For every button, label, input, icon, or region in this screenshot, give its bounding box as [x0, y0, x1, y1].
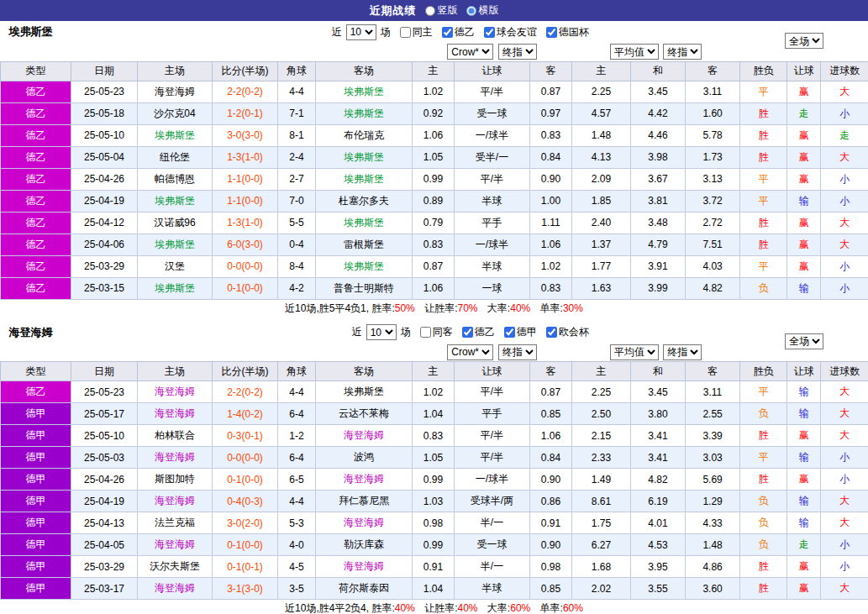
friendly-checkbox[interactable]	[484, 27, 495, 38]
away-team[interactable]: 海登海姆	[316, 556, 413, 578]
final-odds-select[interactable]: 终指	[498, 344, 537, 360]
away-team[interactable]: 海登海姆	[316, 425, 413, 447]
home-team[interactable]: 海登海姆	[138, 578, 213, 600]
asian-home-odds: 1.04	[413, 403, 455, 425]
away-team[interactable]: 埃弗斯堡	[316, 146, 413, 168]
score-link[interactable]: 1-1(0-0)	[213, 190, 278, 212]
score-link[interactable]: 1-1(0-0)	[213, 168, 278, 190]
away-team[interactable]: 埃弗斯堡	[316, 255, 413, 277]
conference-checkbox[interactable]	[546, 327, 557, 338]
away-team[interactable]: 云达不莱梅	[316, 403, 413, 425]
home-team[interactable]: 埃弗斯堡	[138, 277, 213, 299]
home-team[interactable]: 斯图加特	[138, 469, 213, 491]
away-team[interactable]: 拜仁慕尼黑	[316, 491, 413, 512]
filter-club-friendly[interactable]: 球会友谊	[484, 25, 537, 39]
away-team[interactable]: 杜塞尔多夫	[316, 190, 413, 212]
final-odds-select[interactable]: 终指	[663, 344, 702, 360]
away-team[interactable]: 布伦瑞克	[316, 124, 413, 146]
score-link[interactable]: 2-2(0-2)	[213, 81, 278, 102]
vertical-radio[interactable]	[425, 6, 435, 16]
home-team[interactable]: 海登海姆	[138, 491, 213, 512]
score-link[interactable]: 0-3(0-1)	[213, 425, 278, 447]
score-link[interactable]: 0-4(0-3)	[213, 491, 278, 512]
home-team[interactable]: 帕德博恩	[138, 168, 213, 190]
final-odds-select[interactable]: 终指	[498, 44, 537, 60]
over-rate-label: 大率:	[487, 302, 510, 314]
away-team[interactable]: 埃弗斯堡	[316, 102, 413, 124]
score-link[interactable]: 1-3(1-0)	[213, 212, 278, 234]
filter-league-2[interactable]: 德乙	[442, 25, 475, 39]
league-badge: 德乙	[1, 190, 71, 212]
score-link[interactable]: 0-1(0-0)	[213, 469, 278, 491]
match-count-select[interactable]: 10	[346, 24, 376, 40]
cup-checkbox[interactable]	[546, 27, 557, 38]
score-link[interactable]: 0-1(0-0)	[213, 534, 278, 556]
score-link[interactable]: 1-2(0-1)	[213, 102, 278, 124]
bookmaker-select[interactable]: Crow*	[447, 344, 493, 360]
bookmaker-select[interactable]: Crow*	[447, 44, 493, 60]
home-team[interactable]: 柏林联合	[138, 425, 213, 447]
score-link[interactable]: 0-1(0-1)	[213, 556, 278, 578]
horizontal-radio[interactable]	[466, 6, 476, 16]
filter-league-1[interactable]: 德甲	[504, 325, 537, 339]
scope-select[interactable]: 全场	[785, 33, 823, 49]
home-team[interactable]: 纽伦堡	[138, 146, 213, 168]
corners: 7-1	[278, 102, 316, 124]
away-team[interactable]: 海登海姆	[316, 469, 413, 491]
average-select[interactable]: 平均值	[610, 344, 659, 360]
score-link[interactable]: 3-0(2-0)	[213, 512, 278, 534]
home-team[interactable]: 沃尔夫斯堡	[138, 556, 213, 578]
layout-vertical-option[interactable]: 竖版	[425, 3, 458, 18]
away-team[interactable]: 雷根斯堡	[316, 234, 413, 255]
score-link[interactable]: 0-1(0-0)	[213, 277, 278, 299]
final-odds-select[interactable]: 终指	[663, 44, 702, 60]
away-team[interactable]: 荷尔斯泰因	[316, 578, 413, 600]
filter-league-2[interactable]: 德乙	[462, 325, 495, 339]
col-header-euro-home: 主	[572, 61, 631, 81]
home-team[interactable]: 埃弗斯堡	[138, 234, 213, 255]
average-select[interactable]: 平均值	[610, 44, 659, 60]
same-venue-checkbox[interactable]	[400, 27, 411, 38]
score-link[interactable]: 1-4(0-2)	[213, 403, 278, 425]
handicap-result: 走	[787, 534, 821, 556]
score-link[interactable]: 3-1(3-0)	[213, 578, 278, 600]
euro-home-odds: 2.25	[572, 381, 631, 403]
away-team[interactable]: 勒沃库森	[316, 534, 413, 556]
filter-conference-league[interactable]: 欧会杯	[546, 325, 589, 339]
away-team[interactable]: 波鸿	[316, 447, 413, 469]
home-team[interactable]: 海登海姆	[138, 534, 213, 556]
away-team[interactable]: 埃弗斯堡	[316, 212, 413, 234]
filter-same-venue[interactable]: 同主	[400, 25, 433, 39]
match-count-select[interactable]: 10	[366, 324, 397, 340]
home-team[interactable]: 埃弗斯堡	[138, 124, 213, 146]
filter-same-venue[interactable]: 同客	[420, 325, 453, 339]
away-team[interactable]: 海登海姆	[316, 512, 413, 534]
home-team[interactable]: 海登海姆	[138, 381, 213, 403]
away-team[interactable]: 普鲁士明斯特	[316, 277, 413, 299]
away-team[interactable]: 埃弗斯堡	[316, 81, 413, 102]
home-team[interactable]: 海登海姆	[138, 447, 213, 469]
home-team[interactable]: 海登海姆	[138, 403, 213, 425]
league1-checkbox[interactable]	[504, 327, 515, 338]
away-team[interactable]: 埃弗斯堡	[316, 168, 413, 190]
home-team[interactable]: 埃弗斯堡	[138, 190, 213, 212]
same-venue-checkbox[interactable]	[420, 327, 431, 338]
score-link[interactable]: 2-2(0-2)	[213, 381, 278, 403]
score-link[interactable]: 1-3(1-0)	[213, 146, 278, 168]
league2-checkbox[interactable]	[462, 327, 473, 338]
away-team[interactable]: 埃弗斯堡	[316, 381, 413, 403]
home-team[interactable]: 沙尔克04	[138, 102, 213, 124]
corners: 7-0	[278, 190, 316, 212]
home-team[interactable]: 汉诺威96	[138, 212, 213, 234]
score-link[interactable]: 0-0(0-0)	[213, 255, 278, 277]
league2-checkbox[interactable]	[442, 27, 453, 38]
home-team[interactable]: 法兰克福	[138, 512, 213, 534]
score-link[interactable]: 3-0(3-0)	[213, 124, 278, 146]
home-team[interactable]: 海登海姆	[138, 81, 213, 102]
home-team[interactable]: 汉堡	[138, 255, 213, 277]
filter-german-cup[interactable]: 德国杯	[546, 25, 589, 39]
score-link[interactable]: 0-0(0-0)	[213, 447, 278, 469]
layout-horizontal-option[interactable]: 横版	[466, 3, 499, 18]
score-link[interactable]: 6-0(3-0)	[213, 234, 278, 255]
scope-select[interactable]: 全场	[785, 333, 823, 349]
